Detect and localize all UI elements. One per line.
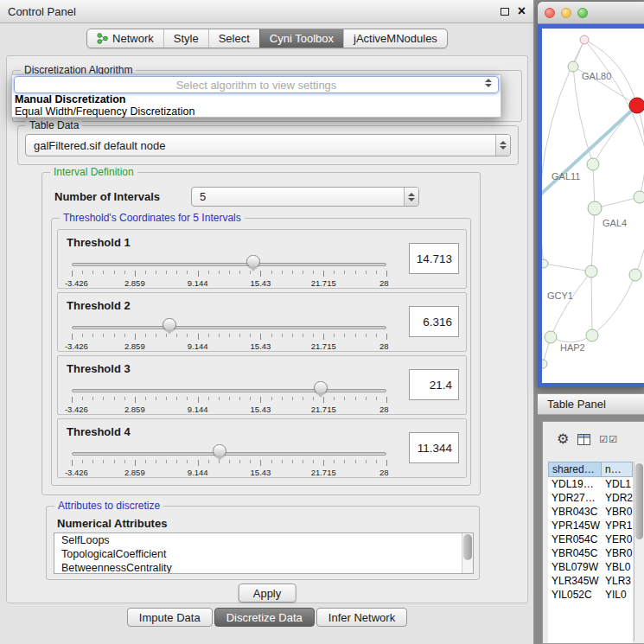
slider-track[interactable] — [72, 452, 386, 456]
table-row[interactable]: YIL052CYIL0 — [548, 588, 633, 602]
list-item[interactable]: BetweennessCentrality — [54, 561, 473, 574]
restore-icon[interactable] — [501, 8, 509, 16]
tab-jactivemnodules[interactable]: jActiveMNodules — [343, 29, 447, 48]
slider-track[interactable] — [72, 263, 386, 266]
algorithm-option-equal-width-frequency[interactable]: Equal Width/Frequency Discretization — [12, 105, 501, 118]
scale-label: 2.859 — [124, 468, 145, 477]
table-row[interactable]: YBR043CYBR0 — [548, 505, 633, 519]
apply-button[interactable]: Apply — [239, 583, 296, 603]
slider-thumb[interactable] — [213, 444, 226, 457]
control-panel-titlebar[interactable]: Control Panel × — [0, 0, 533, 23]
network-edge[interactable] — [593, 105, 637, 164]
slider-thumb[interactable] — [163, 318, 176, 331]
network-node[interactable] — [568, 61, 578, 72]
tab-style[interactable]: Style — [163, 29, 208, 48]
network-edge[interactable] — [591, 271, 592, 335]
network-node[interactable] — [580, 35, 589, 44]
network-node[interactable] — [629, 269, 641, 281]
table-row[interactable]: YBR045CYBR0 — [548, 546, 633, 560]
network-node[interactable] — [585, 265, 597, 277]
threshold-4-slider[interactable]: -3.4262.8599.14415.4321.71528 — [72, 442, 386, 478]
control-panel-window: Control Panel × NetworkStyleSelectCyni T… — [0, 0, 534, 644]
table-scrollbar[interactable] — [634, 462, 644, 641]
network-node[interactable] — [588, 201, 602, 215]
network-edge[interactable] — [542, 40, 584, 264]
tab-select[interactable]: Select — [208, 29, 259, 48]
table-row[interactable]: YBL079WYBL0 — [548, 560, 633, 574]
threshold-value-field[interactable]: 14.713 — [409, 243, 459, 274]
tab-cyni-toolbox[interactable]: Cyni Toolbox — [259, 29, 343, 48]
threshold-2-slider[interactable]: -3.4262.8599.14415.4321.71528 — [72, 316, 386, 352]
network-edge[interactable] — [637, 105, 644, 197]
network-edge[interactable] — [542, 105, 637, 197]
threshold-value-field[interactable]: 11.344 — [409, 432, 459, 463]
network-node[interactable] — [545, 331, 557, 343]
table-row[interactable]: YER054CYER0 — [548, 532, 633, 546]
numerical-attributes-list[interactable]: SelfLoopsTopologicalCoefficientBetweenne… — [54, 532, 474, 574]
tick-mark — [176, 397, 177, 400]
tick-mark — [145, 334, 146, 337]
threshold-1-slider[interactable]: -3.4262.8599.14415.4321.71528 — [72, 252, 386, 289]
network-node[interactable] — [586, 329, 598, 341]
table-row[interactable]: YDR27…YDR2 — [548, 491, 633, 505]
table-row[interactable]: YDL19…YDL1 — [548, 477, 633, 491]
algorithm-combobox[interactable]: Select algorithm to view settings — [14, 76, 499, 93]
table-row[interactable]: YPR145WYPR1 — [548, 519, 633, 532]
scale-label: 15.43 — [251, 405, 271, 414]
network-edge[interactable] — [592, 275, 635, 335]
network-edge[interactable] — [591, 208, 595, 271]
table-panel-header[interactable]: Table Panel — [538, 393, 644, 415]
network-canvas[interactable]: GAL80GAL11GAL4GCY1HAP2 — [542, 29, 644, 383]
tick-mark — [176, 460, 177, 463]
slider-scale: -3.4262.8599.14415.4321.71528 — [72, 341, 386, 351]
checkbox-icons[interactable]: ☑☑ — [599, 434, 618, 445]
list-scrollbar[interactable] — [462, 533, 473, 573]
close-traffic-icon[interactable] — [545, 8, 555, 18]
list-item[interactable]: TopologicalCoefficient — [54, 547, 473, 561]
threshold-3-slider[interactable]: -3.4262.8599.14415.4321.71528 — [72, 379, 386, 415]
close-icon[interactable]: × — [518, 5, 526, 17]
tab-infer-network[interactable]: Infer Network — [316, 608, 407, 627]
tick-mark — [355, 460, 356, 463]
network-edge[interactable] — [551, 271, 591, 337]
table-row[interactable]: YLR345WYLR3 — [548, 574, 633, 588]
gear-icon[interactable]: ⚙ — [557, 432, 569, 446]
table-panel-title: Table Panel — [547, 398, 606, 411]
zoom-traffic-icon[interactable] — [577, 8, 588, 18]
scrollbar-thumb[interactable] — [463, 534, 472, 560]
tick-mark — [323, 460, 324, 466]
columns-icon[interactable] — [577, 434, 590, 445]
list-item[interactable]: SelfLoops — [54, 533, 473, 547]
slider-track[interactable] — [72, 389, 386, 392]
network-window-titlebar[interactable] — [538, 2, 644, 24]
threshold-value-field[interactable]: 6.316 — [409, 306, 459, 337]
tab-impute-data[interactable]: Impute Data — [127, 608, 213, 627]
threshold-value-field[interactable]: 21.4 — [409, 369, 459, 400]
combobox-placeholder: Select algorithm to view settings — [15, 79, 498, 92]
number-of-intervals-label: Number of Intervals — [54, 190, 160, 203]
slider-thumb[interactable] — [246, 255, 260, 268]
group-title-table-data: Table Data — [26, 119, 82, 131]
network-node[interactable] — [634, 191, 644, 203]
slider-track[interactable] — [72, 326, 386, 329]
network-node[interactable] — [587, 158, 599, 170]
algorithm-option-manual-discretization[interactable]: Manual Discretization — [12, 93, 501, 105]
scrollbar-thumb[interactable] — [635, 463, 643, 539]
tick-mark — [103, 460, 104, 463]
tab-discretize-data[interactable]: Discretize Data — [214, 608, 315, 627]
network-node[interactable] — [542, 360, 547, 368]
scale-label: 9.144 — [188, 278, 208, 288]
network-node[interactable] — [542, 259, 548, 268]
tick-mark — [208, 271, 209, 274]
slider-thumb[interactable] — [314, 381, 328, 394]
tab-network[interactable]: Network — [87, 29, 163, 48]
table-panel-window: ⚙ ☑☑ shared…n… YDL19…YDL1YDR27…YDR2YBR04… — [542, 421, 644, 644]
column-header[interactable]: shared… — [548, 462, 602, 477]
column-header[interactable]: n… — [602, 462, 633, 477]
tick-mark — [72, 397, 73, 403]
minimize-traffic-icon[interactable] — [561, 8, 571, 18]
number-of-intervals-combobox[interactable]: 5 — [191, 187, 419, 207]
table-data-combobox[interactable]: galFiltered.sif default node — [25, 134, 511, 156]
network-edge[interactable] — [544, 264, 591, 271]
network-node-selected[interactable] — [629, 98, 644, 113]
